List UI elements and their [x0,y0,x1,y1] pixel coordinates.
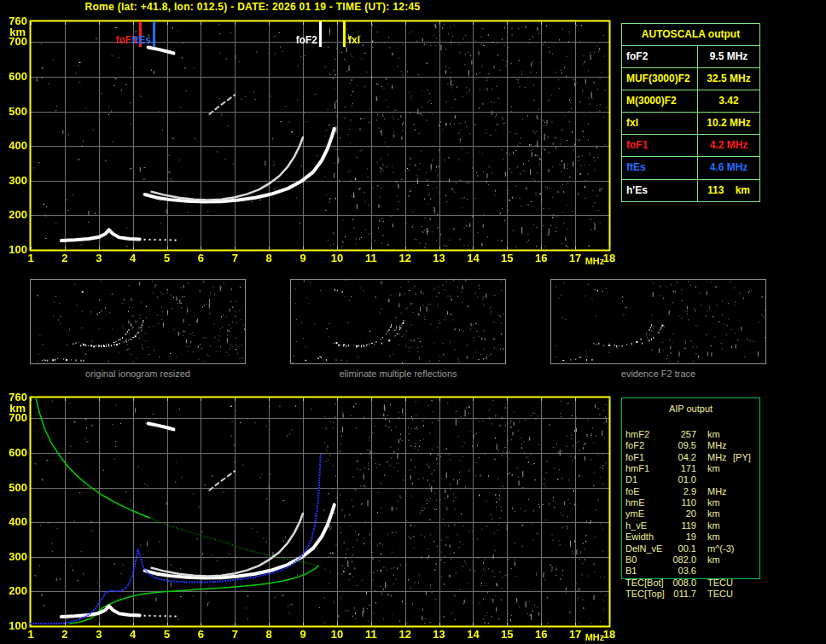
parameter-value: 20 [645,508,696,519]
parameter-unit: m^(-3) [707,543,734,554]
parameter-unit: km [707,554,720,566]
parameter-value: 19 [645,531,696,542]
autoscala-table-rows: foF29.5 MHzMUF(3000)F232.5 MHzM(3000)F23… [622,46,759,201]
aip-row-tectop: TEC[Top]011.7TECU [621,589,766,600]
parameter-value: 257 [645,429,696,440]
parameter-unit: km [707,497,720,508]
parameter-label: ftEs [622,157,698,178]
parameter-value: 113 km [698,180,759,201]
parameter-value: 008.0 [645,577,696,589]
aip-row-b0: B0082.0km [621,554,766,566]
parameter-value: 3.42 [698,90,759,112]
page-title: Rome (lat: +41.8, lon: 012.5) - DATE: 20… [0,1,505,13]
parameter-label: B1 [625,566,637,577]
parameter-unit: km [707,508,720,519]
parameter-unit: km [707,429,720,440]
parameter-label: hmE [625,497,645,508]
parameter-value: 082.0 [645,554,696,566]
parameter-value: 00.1 [645,543,696,554]
parameter-value: 110 [645,497,696,508]
parameter-label: h_vE [625,520,647,531]
parameter-unit: MHz [707,452,727,463]
parameter-value: 4.2 MHz [698,135,759,156]
parameter-label: foF2 [625,440,644,451]
aip-row-hmf2: hmF2257km [621,429,766,440]
parameter-value: 2.9 [645,486,696,497]
parameter-unit: TECU [707,577,733,589]
thumbnail-caption-3: evidence F2 trace [550,368,766,379]
aip-table-rows: hmF2257kmfoF209.5MHzfoF104.2MHz[PY]hmF11… [621,397,766,606]
aip-row-foe: foE2.9MHz [621,486,766,497]
aip-row-tecbot: TEC[Bot]008.0TECU [621,577,766,589]
parameter-value: 171 [645,463,696,474]
parameter-value: 03.6 [645,566,696,577]
thumbnail-evidence-f2-trace [550,279,766,364]
thumbnail-caption-2: eliminate multiple reflections [290,368,506,379]
parameter-value: 09.5 [645,440,696,451]
parameter-label: B0 [625,554,637,566]
parameter-label: fxI [622,113,698,134]
aip-row-delnve: DelN_vE00.1m^(-3) [621,543,766,554]
autoscala-row-m3000f2: M(3000)F23.42 [622,90,759,113]
parameter-value: 10.2 MHz [698,113,759,134]
autoscala-row-fof1: foF14.2 MHz [622,135,759,157]
parameter-unit: MHz [707,440,727,451]
parameter-unit: km [707,520,720,531]
parameter-value: 4.6 MHz [698,157,759,178]
autoscala-row-muf3000f2: MUF(3000)F232.5 MHz [622,68,759,90]
autoscala-row-hes: h'Es113 km [622,180,759,201]
parameter-unit: km [707,531,720,542]
parameter-label: foF2 [622,46,698,67]
parameter-unit: MHz [707,486,727,497]
parameter-label: h'Es [622,180,698,201]
aip-row-b1: B103.6 [621,566,766,577]
autoscala-row-fof2: foF29.5 MHz [622,46,759,68]
parameter-value: 32.5 MHz [698,68,759,90]
parameter-value: 04.2 [645,452,696,463]
aip-row-fof2: foF209.5MHz [621,440,766,451]
parameter-value: 9.5 MHz [698,46,759,67]
aip-row-yme: ymE20km [621,508,766,519]
autoscala-row-fxi: fxI10.2 MHz [622,113,759,135]
aip-row-d1: D101.0 [621,474,766,485]
bottom-profile-plot [0,391,618,644]
parameter-value: 011.7 [645,589,696,600]
top-ionogram-plot [0,15,618,268]
parameter-unit: TECU [707,589,733,600]
parameter-label: foF1 [625,452,644,463]
autoscala-row-ftes: ftEs4.6 MHz [622,157,759,179]
parameter-label: foF1 [622,135,698,156]
autoscala-output-table: AUTOSCALA output foF29.5 MHzMUF(3000)F23… [621,23,760,202]
thumbnail-eliminate-reflections [290,279,506,364]
parameter-label: M(3000)F2 [622,90,698,112]
aip-row-hve: h_vE119km [621,520,766,531]
autoscala-table-header: AUTOSCALA output [622,24,759,46]
parameter-unit: km [707,463,720,474]
parameter-label: foE [625,486,640,497]
parameter-label: ymE [625,508,644,519]
parameter-value: 01.0 [645,474,696,485]
parameter-label: MUF(3000)F2 [622,68,698,90]
parameter-value: 119 [645,520,696,531]
aip-row-ewidth: Ewidth19km [621,531,766,542]
aip-row-hmf1: hmF1171km [621,463,766,474]
parameter-flag: [PY] [733,452,751,463]
parameter-label: D1 [625,474,637,485]
thumbnail-caption-1: original ionogram resized [30,368,246,379]
thumbnail-original-ionogram [30,279,246,364]
aip-row-hme: hmE110km [621,497,766,508]
aip-row-fof1: foF104.2MHz[PY] [621,452,766,463]
